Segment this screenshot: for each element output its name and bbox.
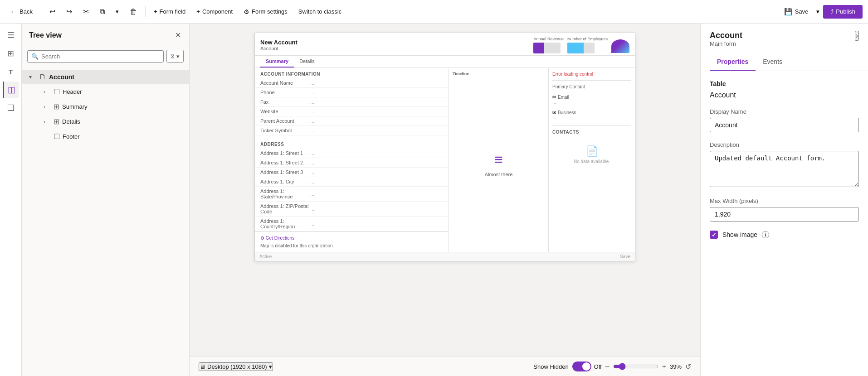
- search-input[interactable]: [41, 53, 160, 60]
- show-image-checkbox[interactable]: [710, 231, 718, 239]
- plus-icon-form: +: [154, 8, 157, 15]
- field-label: Address 1: Street 1: [260, 150, 310, 156]
- address-field-row: Address 1: Country/Region...: [255, 217, 449, 231]
- zoom-slider[interactable]: [613, 363, 658, 370]
- save-icon: 💾: [784, 8, 793, 16]
- description-textarea[interactable]: Updated default Account form.: [710, 151, 859, 187]
- redo-button[interactable]: ↪: [62, 5, 77, 19]
- tree-panel: Tree view ✕ 🔍 ⧖ ▾ ▾ 🗋 Account › ☐: [22, 24, 190, 376]
- tree-item-footer[interactable]: ☐ Footer: [22, 129, 189, 144]
- cut-button[interactable]: ✂: [78, 5, 93, 19]
- undo-icon: ↩: [49, 7, 55, 16]
- show-image-info-icon[interactable]: ℹ: [762, 231, 769, 238]
- add-form-field-button[interactable]: + Form field: [149, 5, 190, 18]
- address-field-row: Address 1: Street 1...: [255, 149, 449, 158]
- tab-events[interactable]: Events: [756, 54, 790, 71]
- display-name-input[interactable]: [710, 118, 859, 132]
- footer-icon: ☐: [54, 132, 60, 141]
- tab-properties[interactable]: Properties: [710, 54, 756, 71]
- display-name-label: Display Name: [710, 108, 859, 115]
- header-label: Header: [63, 88, 82, 95]
- form-settings-button[interactable]: ⚙ Form settings: [239, 5, 292, 18]
- table-value: Account: [710, 91, 859, 99]
- publish-icon: ⤴: [830, 8, 834, 15]
- footer-save[interactable]: Save: [620, 254, 630, 259]
- account-field-row: Phone...: [255, 88, 449, 97]
- back-button[interactable]: ← Back: [5, 5, 37, 19]
- tree-close-button[interactable]: ✕: [174, 30, 182, 40]
- preview-center-column: Timeline ≡ Almost there: [449, 68, 549, 252]
- save-chevron-icon: ▾: [816, 8, 819, 15]
- right-panel-expand-button[interactable]: ›: [855, 31, 859, 41]
- preview-tab-summary[interactable]: Summary: [260, 56, 294, 67]
- filter-button[interactable]: ⧖ ▾: [166, 50, 184, 63]
- timeline-icon: ≡: [494, 151, 503, 168]
- desktop-selector-button[interactable]: 🖥 Desktop (1920 x 1080) ▾: [199, 362, 273, 371]
- tree-item-account[interactable]: ▾ 🗋 Account: [22, 70, 189, 84]
- show-hidden-label: Show Hidden: [533, 363, 568, 370]
- show-hidden-toggle[interactable]: [572, 362, 591, 371]
- add-component-button[interactable]: + Component: [192, 5, 237, 18]
- zoom-plus-icon[interactable]: +: [662, 362, 666, 371]
- desktop-label: Desktop (1920 x 1080): [207, 363, 267, 370]
- publish-button[interactable]: ⤴ Publish: [823, 5, 863, 19]
- field-label: Parent Account: [260, 118, 310, 124]
- canvas-area: New Account Account Annual Revenue Numbe…: [190, 24, 700, 376]
- toggle-state-label: Off: [594, 363, 602, 370]
- delete-button[interactable]: 🗑: [125, 5, 141, 19]
- zoom-minus-icon[interactable]: –: [605, 362, 610, 371]
- field-value: ...: [310, 99, 314, 105]
- search-icon: 🔍: [31, 53, 39, 60]
- grid-icon-button[interactable]: ⊞: [3, 45, 19, 62]
- save-dropdown-button[interactable]: ▾: [814, 5, 821, 18]
- preview-body: ACCOUNT INFORMATION Account Name...Phone…: [255, 68, 635, 252]
- address-field-row: Address 1: Street 3...: [255, 168, 449, 177]
- field-label: Ticker Symbol: [260, 128, 310, 133]
- menu-icon-button[interactable]: ☰: [3, 27, 19, 43]
- num-employees-label: Number of Employees: [567, 37, 608, 41]
- get-directions-label[interactable]: Get Directions: [266, 236, 294, 241]
- fit-icon[interactable]: ↺: [685, 362, 691, 371]
- filter-icon: ⧖: [171, 53, 175, 60]
- account-field-row: Website...: [255, 107, 449, 116]
- tree-item-header[interactable]: › ☐ Header: [22, 84, 189, 99]
- filter-chevron-icon: ▾: [176, 53, 180, 60]
- more-button[interactable]: ▾: [111, 5, 123, 18]
- text-icon: T: [9, 68, 13, 76]
- account-label: Account: [49, 73, 74, 81]
- map-section: ⚙ Get Directions Map is disabled for thi…: [255, 231, 449, 252]
- copy-icon: ⧉: [100, 8, 105, 16]
- chevron-down-icon: ▾: [116, 8, 119, 15]
- tree-search-row: 🔍 ⧖ ▾: [22, 45, 189, 67]
- details-chevron-icon: ›: [44, 119, 51, 125]
- text-icon-button[interactable]: T: [3, 63, 19, 80]
- business-section: ✉ Business ...: [552, 110, 631, 120]
- components-icon: ❑: [7, 103, 15, 113]
- max-width-input[interactable]: [710, 207, 859, 222]
- email-value: ...: [552, 100, 631, 105]
- field-label: Address 1: Street 2: [260, 160, 310, 165]
- preview-tab-details[interactable]: Details: [294, 56, 320, 67]
- layers-icon-button[interactable]: ◫: [3, 82, 19, 98]
- copy-button[interactable]: ⧉: [95, 5, 109, 19]
- switch-classic-button[interactable]: Switch to classic: [294, 5, 346, 18]
- preview-subtitle: Account: [260, 46, 297, 51]
- tree-item-summary[interactable]: › ⊞ Summary: [22, 99, 189, 114]
- right-panel-header: Account Main form › Properties Events: [701, 24, 868, 71]
- timeline-text: Almost there: [485, 172, 513, 177]
- components-icon-button[interactable]: ❑: [3, 100, 19, 116]
- grid-icon: ⊞: [7, 48, 14, 58]
- right-panel-title: Account: [710, 31, 742, 40]
- field-value: ...: [310, 169, 314, 175]
- account-field-row: Fax...: [255, 97, 449, 107]
- error-text: Error loading control: [552, 72, 631, 77]
- footer-status: Active: [259, 254, 272, 259]
- summary-label: Summary: [62, 103, 88, 110]
- save-button[interactable]: 💾 Save: [780, 5, 813, 19]
- tree-item-details[interactable]: › ⊞ Details: [22, 114, 189, 129]
- undo-button[interactable]: ↩: [45, 5, 60, 19]
- summary-chevron-icon: ›: [44, 104, 51, 110]
- form-settings-icon: ⚙: [244, 8, 249, 15]
- business-value: ...: [552, 115, 631, 120]
- get-directions-link[interactable]: ⚙: [260, 236, 266, 241]
